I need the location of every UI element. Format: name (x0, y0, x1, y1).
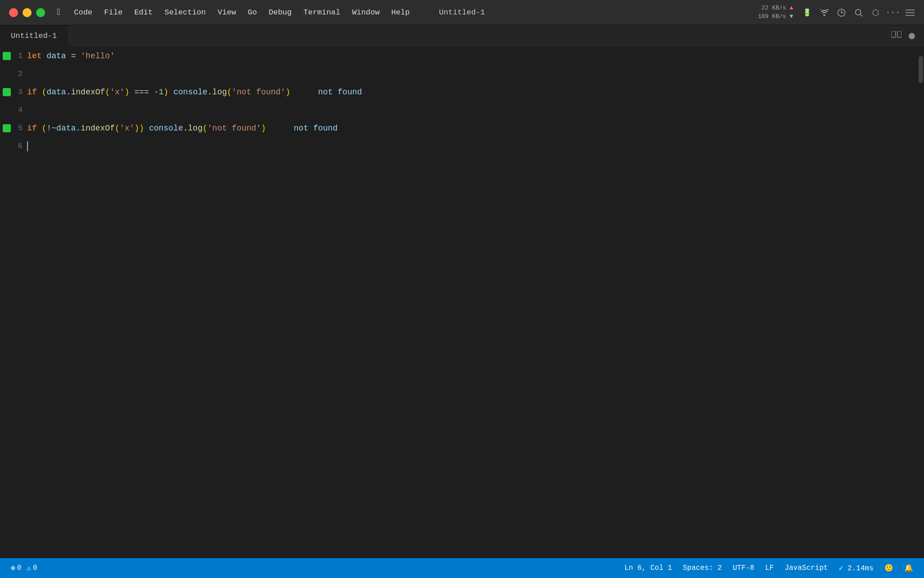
token-dot-5b: . (183, 124, 188, 133)
code-line-3: if ( data . indexOf ( 'x' ) === -1 ) con… (27, 83, 362, 101)
token-paren-5d: ( (203, 124, 208, 133)
token-hello-str: 'hello' (81, 51, 115, 61)
token-paren-3b: ( (105, 88, 110, 97)
menu-go[interactable]: Go (243, 6, 261, 19)
token-space-3b (149, 88, 154, 97)
token-notfound-str-3: 'not found' (232, 88, 286, 97)
statusbar-left: ⊗ 0 ⚠ 0 (11, 564, 37, 573)
error-number: 0 (17, 564, 22, 572)
breakpoint-3[interactable] (0, 83, 14, 101)
token-space-3 (129, 88, 134, 97)
token-space (42, 51, 46, 61)
token-data-5: data (56, 124, 76, 133)
menu-window[interactable]: Window (347, 6, 384, 19)
token-if-5: if (27, 124, 37, 133)
line-number-6: 6 (14, 137, 27, 155)
traffic-lights (9, 8, 45, 17)
notifications-icon[interactable]: 🔔 (904, 564, 913, 573)
breakpoint-2[interactable] (0, 65, 14, 83)
wifi-icon (819, 8, 829, 18)
extensions-icon: ⬡ (871, 8, 881, 18)
close-button[interactable] (9, 8, 18, 17)
token-paren-3f: ) (286, 88, 291, 97)
statusbar-right: Ln 6, Col 1 Spaces: 2 UTF-8 LF JavaScrip… (624, 564, 913, 573)
statusbar: ⊗ 0 ⚠ 0 Ln 6, Col 1 Spaces: 2 UTF-8 LF J… (0, 558, 924, 578)
code-line-6 (27, 137, 28, 155)
menu-code[interactable]: Code (69, 6, 97, 19)
line-number-3: 3 (14, 83, 27, 101)
token-dot-3b: . (208, 88, 213, 97)
minimize-button[interactable] (23, 8, 32, 17)
menu-selection[interactable]: Selection (160, 6, 210, 19)
cursor-position[interactable]: Ln 6, Col 1 (624, 564, 672, 572)
line-number-1: 1 (14, 47, 27, 65)
token-space-5 (144, 124, 149, 133)
breakpoint-1[interactable] (0, 47, 14, 65)
code-line-1: let data = 'hello' (27, 47, 115, 65)
maximize-button[interactable] (36, 8, 45, 17)
menu-file[interactable]: File (100, 6, 127, 19)
code-editor[interactable]: 1 let data = 'hello' 2 (0, 47, 918, 558)
spotlight-icon (854, 8, 864, 18)
table-row: 4 (0, 101, 918, 119)
line-number-5: 5 (14, 119, 27, 137)
titlebar:  Code File Edit Selection View Go Debug… (0, 0, 924, 25)
token-neg1: -1 (154, 88, 164, 97)
menu-help[interactable]: Help (387, 6, 414, 19)
menu-view[interactable]: View (213, 6, 240, 19)
token-space-3c (168, 88, 173, 97)
language-mode[interactable]: JavaScript (785, 564, 828, 572)
token-log-3: log (213, 88, 227, 97)
token-paren-5b: ( (115, 124, 120, 133)
inline-result-3: not found (308, 88, 362, 97)
breakpoint-6[interactable] (0, 137, 14, 155)
titlebar-left:  Code File Edit Selection View Go Debug… (9, 5, 414, 19)
menu-debug[interactable]: Debug (264, 6, 296, 19)
token-indexof-5: indexOf (81, 124, 115, 133)
token-indexof-3: indexOf (71, 88, 105, 97)
line-number-4: 4 (14, 101, 27, 119)
network-download: 189 KB/s ▼ (758, 13, 793, 21)
scrollbar-thumb[interactable] (919, 56, 923, 83)
warning-icon: ⚠ (27, 564, 31, 573)
breakpoint-5[interactable] (0, 119, 14, 137)
error-count[interactable]: ⊗ 0 ⚠ 0 (11, 564, 37, 573)
token-paren-3c: ) (125, 88, 129, 97)
svg-line-4 (860, 14, 863, 16)
token-eqeqeq: === (134, 88, 149, 97)
breakpoint-4[interactable] (0, 101, 14, 119)
menu-edit[interactable]: Edit (130, 6, 157, 19)
cursor (27, 141, 28, 151)
token-paren-3d: ) (164, 88, 169, 97)
table-row: 5 if ( !~ data . indexOf ( 'x' )) consol… (0, 119, 918, 137)
token-if-3: if (27, 88, 37, 97)
list-icon (905, 8, 915, 18)
line-ending[interactable]: LF (765, 564, 774, 572)
token-data-var: data (46, 51, 66, 61)
editor-area: 1 let data = 'hello' 2 (0, 47, 924, 558)
token-console-3: console (173, 88, 208, 97)
error-icon: ⊗ (11, 564, 15, 573)
menu-bar:  Code File Edit Selection View Go Debug… (52, 5, 414, 19)
menu-terminal[interactable]: Terminal (299, 6, 345, 19)
split-editor-icon[interactable] (892, 31, 901, 41)
apple-menu[interactable]:  (52, 5, 67, 19)
token-x-str-5: 'x' (120, 124, 134, 133)
timing-info: ✓ 2.14ms (839, 564, 873, 573)
tab-actions (892, 31, 924, 41)
token-let: let (27, 51, 42, 61)
token-x-str-3: 'x' (110, 88, 125, 97)
spaces-setting[interactable]: Spaces: 2 (683, 564, 722, 572)
token-console-5: console (149, 124, 183, 133)
scrollbar-track[interactable] (918, 47, 924, 558)
table-row: 1 let data = 'hello' (0, 47, 918, 65)
code-line-5: if ( !~ data . indexOf ( 'x' )) console … (27, 119, 337, 137)
window-title: Untitled-1 (439, 8, 485, 17)
table-row: 6 (0, 137, 918, 155)
table-row: 3 if ( data . indexOf ( 'x' ) === -1 ) (0, 83, 918, 101)
more-actions-icon[interactable] (909, 33, 915, 39)
tab-title: Untitled-1 (11, 32, 57, 40)
editor-tab-untitled[interactable]: Untitled-1 (0, 25, 68, 47)
emoji-feedback[interactable]: 🙂 (884, 564, 893, 573)
encoding[interactable]: UTF-8 (733, 564, 754, 572)
